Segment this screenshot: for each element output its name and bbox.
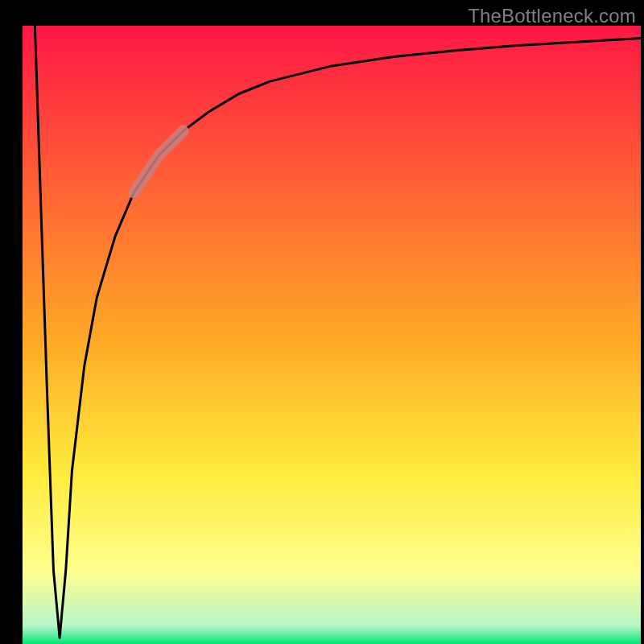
chart-svg (23, 26, 641, 644)
page-root: TheBottleneck.com (0, 0, 644, 644)
attribution-text: TheBottleneck.com (468, 5, 636, 27)
chart-background (23, 26, 641, 644)
chart-area (23, 26, 641, 644)
